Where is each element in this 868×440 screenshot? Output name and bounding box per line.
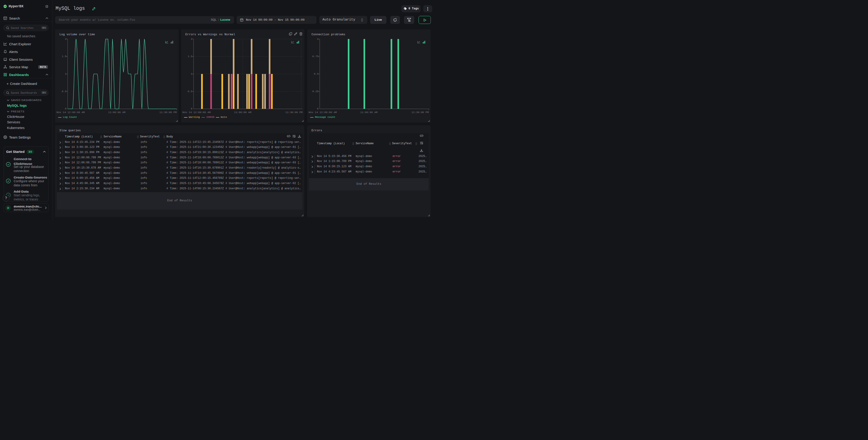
svg-text:1: 1 [241, 20, 242, 22]
